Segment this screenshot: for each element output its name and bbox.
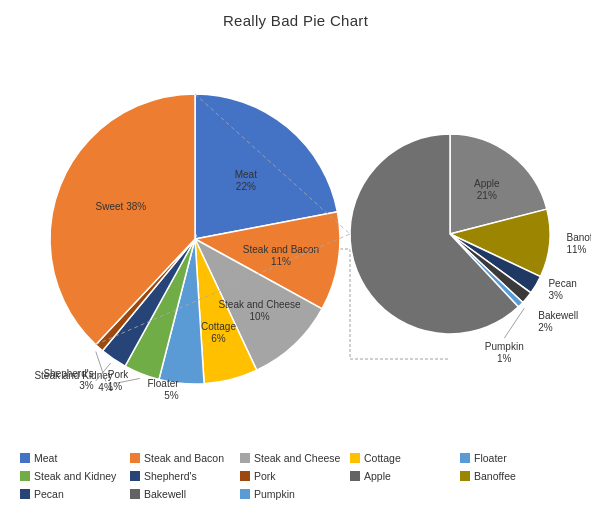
legend-item: Steak and Bacon bbox=[130, 452, 240, 464]
legend: MeatSteak and BaconSteak and CheeseCotta… bbox=[20, 452, 580, 510]
legend-swatch bbox=[240, 489, 250, 499]
legend-swatch bbox=[350, 453, 360, 463]
legend-item: Shepherd's bbox=[130, 470, 240, 482]
legend-swatch bbox=[460, 471, 470, 481]
legend-label: Floater bbox=[474, 452, 507, 464]
legend-label: Pork bbox=[254, 470, 276, 482]
pie-canvas bbox=[0, 29, 591, 449]
legend-item: Steak and Kidney bbox=[20, 470, 130, 482]
legend-item: Pumpkin bbox=[240, 488, 350, 500]
chart-area bbox=[0, 29, 591, 439]
legend-swatch bbox=[20, 489, 30, 499]
legend-item: Apple bbox=[350, 470, 460, 482]
legend-label: Cottage bbox=[364, 452, 401, 464]
legend-label: Pumpkin bbox=[254, 488, 295, 500]
legend-label: Pecan bbox=[34, 488, 64, 500]
legend-item: Floater bbox=[460, 452, 570, 464]
legend-item: Banoffee bbox=[460, 470, 570, 482]
legend-swatch bbox=[130, 471, 140, 481]
legend-label: Steak and Cheese bbox=[254, 452, 340, 464]
legend-item: Bakewell bbox=[130, 488, 240, 500]
legend-label: Banoffee bbox=[474, 470, 516, 482]
legend-swatch bbox=[240, 471, 250, 481]
legend-swatch bbox=[240, 453, 250, 463]
legend-label: Bakewell bbox=[144, 488, 186, 500]
chart-title: Really Bad Pie Chart bbox=[0, 0, 591, 29]
legend-label: Steak and Kidney bbox=[34, 470, 116, 482]
legend-label: Meat bbox=[34, 452, 57, 464]
page-container: Really Bad Pie Chart MeatSteak and Bacon… bbox=[0, 0, 591, 439]
legend-item: Pecan bbox=[20, 488, 130, 500]
legend-swatch bbox=[350, 471, 360, 481]
legend-swatch bbox=[130, 453, 140, 463]
legend-label: Shepherd's bbox=[144, 470, 197, 482]
legend-item: Pork bbox=[240, 470, 350, 482]
legend-swatch bbox=[20, 453, 30, 463]
legend-swatch bbox=[20, 471, 30, 481]
legend-label: Steak and Bacon bbox=[144, 452, 224, 464]
legend-swatch bbox=[460, 453, 470, 463]
legend-item: Steak and Cheese bbox=[240, 452, 350, 464]
legend-swatch bbox=[130, 489, 140, 499]
legend-label: Apple bbox=[364, 470, 391, 482]
legend-item: Meat bbox=[20, 452, 130, 464]
legend-item: Cottage bbox=[350, 452, 460, 464]
